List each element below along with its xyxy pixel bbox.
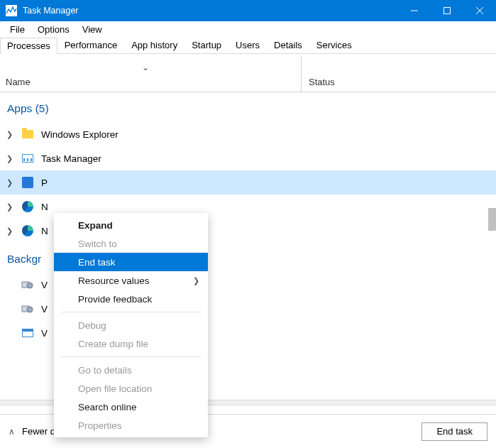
menu-bar: File Options View	[0, 21, 496, 37]
menu-options[interactable]: Options	[31, 23, 76, 36]
service-icon	[21, 302, 34, 315]
column-status[interactable]: Status	[302, 77, 335, 87]
ctx-switch-to: Switch to	[54, 234, 208, 253]
sort-indicator-icon: ⌄	[142, 62, 149, 72]
ctx-separator	[61, 356, 201, 357]
ctx-search-online[interactable]: Search online	[54, 398, 208, 416]
expand-chevron-icon[interactable]: ❯	[4, 178, 14, 187]
app-icon	[6, 5, 17, 16]
menu-file[interactable]: File	[4, 23, 31, 36]
ctx-debug: Debug	[54, 316, 208, 334]
process-row[interactable]: ❯ P	[0, 170, 496, 195]
expand-chevron-icon[interactable]: ❯	[4, 154, 14, 163]
process-name: V	[41, 328, 48, 339]
maximize-button[interactable]	[431, 0, 463, 21]
process-name: P	[41, 177, 48, 188]
title-bar: Task Manager	[0, 0, 496, 21]
process-name: Windows Explorer	[41, 129, 119, 140]
end-task-button[interactable]: End task	[421, 422, 487, 441]
edge-icon	[21, 200, 34, 213]
column-headers: ⌄ Name Status	[0, 72, 496, 92]
group-apps-header: Apps (5)	[0, 92, 496, 122]
ctx-provide-feedback[interactable]: Provide feedback	[54, 290, 208, 308]
scrollbar-thumb[interactable]	[488, 208, 496, 231]
ctx-expand[interactable]: Expand	[54, 216, 208, 234]
ctx-create-dump-file: Create dump file	[54, 334, 208, 353]
svg-rect-2	[444, 8, 451, 14]
tab-bar: Processes Performance App history Startu…	[0, 37, 496, 54]
expand-chevron-icon[interactable]: ❯	[4, 226, 14, 236]
tab-users[interactable]: Users	[228, 37, 267, 53]
column-name[interactable]: Name	[0, 77, 301, 87]
close-button[interactable]	[463, 0, 496, 21]
chevron-up-icon[interactable]: ∧	[9, 427, 15, 437]
ctx-go-to-details: Go to details	[54, 361, 208, 379]
process-name: N	[41, 226, 48, 236]
tab-app-history[interactable]: App history	[124, 37, 184, 53]
ctx-resource-values[interactable]: Resource values ❯	[54, 271, 208, 290]
process-name: N	[41, 202, 48, 212]
process-name: V	[41, 304, 48, 315]
svg-point-6	[27, 283, 33, 288]
tab-startup[interactable]: Startup	[184, 37, 228, 53]
folder-icon	[21, 128, 34, 141]
expand-chevron-icon[interactable]: ❯	[4, 202, 14, 212]
tab-services[interactable]: Services	[309, 37, 359, 53]
task-manager-icon	[21, 152, 34, 165]
process-row[interactable]: ❯ Windows Explorer	[0, 122, 496, 146]
svg-point-8	[27, 307, 33, 312]
edge-icon	[21, 224, 34, 237]
window-title: Task Manager	[23, 6, 79, 16]
menu-view[interactable]: View	[76, 23, 109, 36]
submenu-chevron-icon: ❯	[193, 276, 199, 285]
process-row[interactable]: ❯ Task Manager	[0, 146, 496, 170]
tab-performance[interactable]: Performance	[57, 37, 124, 53]
ctx-item-label: Resource values	[78, 275, 150, 286]
app-icon-generic	[21, 176, 34, 189]
ctx-end-task[interactable]: End task	[54, 253, 208, 271]
process-name: Task Manager	[41, 153, 101, 164]
service-icon	[21, 278, 34, 291]
tab-details[interactable]: Details	[267, 37, 309, 53]
minimize-button[interactable]	[398, 0, 431, 21]
ctx-separator	[61, 312, 201, 312]
ctx-properties: Properties	[54, 416, 208, 435]
window-icon	[21, 327, 34, 339]
expand-chevron-icon[interactable]: ❯	[4, 130, 14, 139]
ctx-open-file-location: Open file location	[54, 379, 208, 398]
process-name: V	[41, 280, 48, 290]
context-menu: Expand Switch to End task Resource value…	[54, 213, 208, 437]
tab-processes[interactable]: Processes	[0, 38, 57, 54]
